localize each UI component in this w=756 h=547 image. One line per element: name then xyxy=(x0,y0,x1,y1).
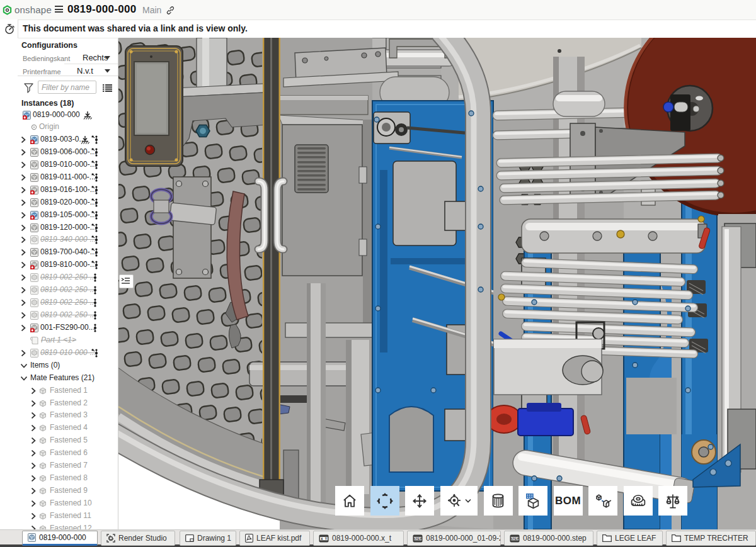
svg-text:X_T: X_T xyxy=(321,536,328,540)
svg-text:STEP: STEP xyxy=(413,536,422,540)
svg-text:STEP: STEP xyxy=(510,536,519,540)
